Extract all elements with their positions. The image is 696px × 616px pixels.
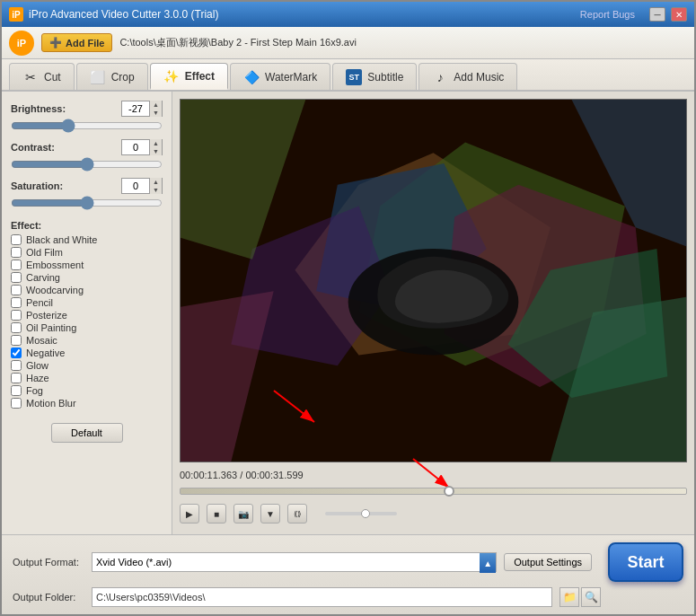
- saturation-row: Saturation: 0 ▲ ▼: [11, 178, 163, 209]
- add-icon: ➕: [49, 37, 62, 48]
- output-settings-button[interactable]: Output Settings: [504, 553, 592, 571]
- output-format-label: Output Format:: [13, 557, 84, 568]
- toolbar-bar: iP ➕ Add File C:\tools\桌面\新视频\Baby 2 - F…: [2, 27, 694, 59]
- browse-folder-button[interactable]: 📁: [559, 587, 579, 607]
- contrast-spinner[interactable]: 0 ▲ ▼: [121, 139, 163, 155]
- brightness-slider[interactable]: [11, 119, 163, 132]
- watermark-icon: 🔷: [243, 69, 260, 85]
- effect-mosaic[interactable]: Mosaic: [11, 335, 163, 346]
- split-button[interactable]: ⟪⟫: [287, 504, 307, 524]
- effect-haze[interactable]: Haze: [11, 373, 163, 383]
- effect-posterize[interactable]: Posterize: [11, 310, 163, 321]
- output-folder-label: Output Folder:: [13, 592, 84, 603]
- progress-thumb[interactable]: [444, 486, 454, 497]
- file-path: C:\tools\桌面\新视频\Baby 2 - First Step Main…: [119, 36, 687, 49]
- effect-carving[interactable]: Carving: [11, 272, 163, 283]
- app-icon: iP: [9, 7, 23, 22]
- format-dropdown-arrow[interactable]: ▲: [480, 553, 496, 573]
- checkbox-motion-blur[interactable]: [11, 398, 22, 409]
- checkbox-old-film[interactable]: [11, 247, 22, 258]
- effect-woodcarving[interactable]: Woodcarving: [11, 285, 163, 295]
- playback-controls: ▶ ■ 📷 ▼ ⟪⟫: [180, 500, 687, 527]
- saturation-spinner[interactable]: 0 ▲ ▼: [121, 178, 163, 194]
- tab-crop[interactable]: ⬜ Crop: [76, 63, 148, 90]
- contrast-label: Contrast:: [11, 142, 55, 153]
- checkbox-fog[interactable]: [11, 385, 22, 396]
- brightness-row: Brightness: -27 ▲ ▼: [11, 101, 163, 132]
- checkbox-carving[interactable]: [11, 272, 22, 283]
- effect-black-white[interactable]: Black and White: [11, 234, 163, 245]
- tab-subtitle[interactable]: ST Subtitle: [332, 63, 417, 90]
- main-area: Brightness: -27 ▲ ▼ Contrast:: [2, 92, 694, 534]
- crop-icon: ⬜: [90, 69, 106, 85]
- brightness-up[interactable]: ▲: [149, 101, 162, 109]
- effect-pencil[interactable]: Pencil: [11, 297, 163, 308]
- play-button[interactable]: ▶: [180, 504, 199, 524]
- bottom-bar: Output Format: Xvid Video (*.avi) ▲ Outp…: [2, 534, 694, 614]
- brightness-value: -27: [122, 103, 149, 114]
- effect-section: Effect: Black and White Old Film Embossm…: [11, 220, 163, 409]
- saturation-value: 0: [122, 180, 149, 191]
- effect-motion-blur[interactable]: Motion Blur: [11, 398, 163, 409]
- checkbox-negative[interactable]: [11, 348, 22, 358]
- stop-button[interactable]: ■: [207, 504, 226, 524]
- subtitle-icon: ST: [346, 69, 362, 85]
- tab-watermark[interactable]: 🔷 WaterMark: [230, 63, 330, 90]
- video-container: [180, 99, 687, 462]
- brightness-down[interactable]: ▼: [149, 109, 162, 117]
- progress-bar[interactable]: [180, 488, 687, 495]
- brightness-spinner[interactable]: -27 ▲ ▼: [121, 101, 163, 117]
- main-window: iP iPro Advanced Video Cutter 3.0.0 (Tri…: [0, 0, 696, 616]
- default-button[interactable]: Default: [51, 423, 123, 443]
- checkbox-posterize[interactable]: [11, 310, 22, 321]
- checkbox-pencil[interactable]: [11, 297, 22, 308]
- contrast-slider[interactable]: [11, 158, 163, 171]
- checkbox-oil-painting[interactable]: [11, 322, 22, 333]
- report-bugs-link[interactable]: Report Bugs: [580, 9, 635, 20]
- cut-icon: ✂: [22, 69, 39, 85]
- settings-button[interactable]: ▼: [260, 504, 280, 524]
- effect-fog[interactable]: Fog: [11, 385, 163, 396]
- checkbox-black-white[interactable]: [11, 234, 22, 245]
- title-bar: iP iPro Advanced Video Cutter 3.0.0 (Tri…: [2, 2, 694, 27]
- effect-old-film[interactable]: Old Film: [11, 247, 163, 258]
- window-title: iPro Advanced Video Cutter 3.0.0 (Trial): [29, 8, 218, 21]
- music-icon: ♪: [432, 69, 448, 85]
- format-value: Xvid Video (*.avi): [93, 553, 480, 571]
- effect-embossment[interactable]: Embossment: [11, 260, 163, 270]
- video-frame-svg: [181, 100, 686, 462]
- tab-effect[interactable]: ✨ Effect: [150, 63, 228, 90]
- format-select-container[interactable]: Xvid Video (*.avi) ▲: [92, 552, 497, 572]
- right-panel: 00:00:11.363 / 00:00:31.599 ▶: [172, 92, 694, 534]
- tab-add-music[interactable]: ♪ Add Music: [418, 63, 517, 90]
- output-format-row: Output Format: Xvid Video (*.avi) ▲ Outp…: [13, 542, 683, 582]
- checkbox-embossment[interactable]: [11, 260, 22, 270]
- effect-oil-painting[interactable]: Oil Painting: [11, 322, 163, 333]
- effect-negative[interactable]: Negative: [11, 348, 163, 358]
- saturation-down[interactable]: ▼: [149, 186, 162, 194]
- checkbox-haze[interactable]: [11, 373, 22, 383]
- volume-slider[interactable]: [325, 512, 397, 515]
- title-bar-left: iP iPro Advanced Video Cutter 3.0.0 (Tri…: [9, 7, 218, 22]
- checkbox-mosaic[interactable]: [11, 335, 22, 346]
- snapshot-button[interactable]: 📷: [233, 504, 253, 524]
- volume-thumb[interactable]: [361, 509, 370, 518]
- search-folder-button[interactable]: 🔍: [581, 587, 601, 607]
- close-button[interactable]: ✕: [671, 7, 687, 22]
- effect-list: Black and White Old Film Embossment Carv…: [11, 234, 163, 409]
- contrast-value: 0: [122, 142, 149, 153]
- checkbox-woodcarving[interactable]: [11, 285, 22, 295]
- contrast-up[interactable]: ▲: [149, 139, 162, 147]
- tab-cut[interactable]: ✂ Cut: [9, 63, 75, 90]
- svg-line-13: [413, 459, 449, 488]
- saturation-up[interactable]: ▲: [149, 178, 162, 186]
- contrast-down[interactable]: ▼: [149, 147, 162, 155]
- checkbox-glow[interactable]: [11, 360, 22, 371]
- title-bar-right: Report Bugs ─ ✕: [580, 7, 687, 22]
- saturation-slider[interactable]: [11, 197, 163, 209]
- add-file-button[interactable]: ➕ Add File: [41, 33, 112, 52]
- minimize-button[interactable]: ─: [649, 7, 665, 22]
- arrow-to-controls: [265, 386, 328, 431]
- start-button[interactable]: Start: [608, 542, 683, 582]
- effect-glow[interactable]: Glow: [11, 360, 163, 371]
